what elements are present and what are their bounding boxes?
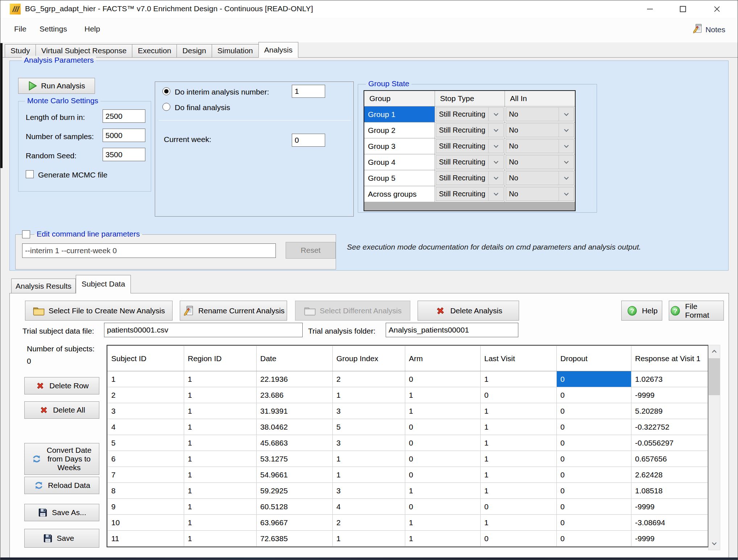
table-cell[interactable]: -0.0556297 [631, 435, 708, 451]
table-cell[interactable]: 2 [108, 387, 184, 403]
table-cell[interactable]: 0 [557, 483, 631, 499]
table-cell[interactable]: 0 [405, 451, 481, 467]
table-cell[interactable]: 0.657656 [631, 451, 708, 467]
table-cell[interactable]: 1 [184, 531, 257, 547]
table-cell[interactable]: 0 [481, 531, 557, 547]
stop-type-dropdown[interactable]: Still Recruiting [436, 139, 504, 153]
delete-analysis-button[interactable]: Delete Analysis [418, 301, 519, 321]
tab-execution[interactable]: Execution [132, 44, 177, 57]
group-cell[interactable]: Group 4 [364, 154, 435, 170]
table-cell[interactable]: 1 [405, 403, 481, 419]
help-button[interactable]: ? Help [621, 301, 662, 321]
column-header[interactable]: Date [257, 346, 333, 371]
table-cell[interactable]: 0 [557, 403, 631, 419]
table-cell[interactable]: 1 [108, 371, 184, 387]
table-cell[interactable]: 3 [108, 403, 184, 419]
group-cell[interactable]: Across groups [364, 186, 435, 202]
table-cell[interactable]: 1 [481, 451, 557, 467]
chevron-down-icon[interactable] [559, 124, 574, 137]
table-cell[interactable]: 4 [333, 499, 405, 515]
table-cell[interactable]: 60.5128 [257, 499, 333, 515]
table-cell[interactable]: 1 [184, 419, 257, 435]
reload-data-button[interactable]: Reload Data [24, 477, 99, 494]
table-cell[interactable]: 1 [333, 451, 405, 467]
table-cell[interactable]: 1 [405, 531, 481, 547]
table-cell[interactable]: 1 [333, 467, 405, 483]
table-cell[interactable]: 1 [333, 531, 405, 547]
delete-row-button[interactable]: Delete Row [24, 377, 99, 394]
table-cell[interactable]: 0 [405, 467, 481, 483]
stop-type-dropdown[interactable]: Still Recruiting [436, 187, 504, 201]
stop-type-dropdown[interactable]: Still Recruiting [436, 123, 504, 137]
run-analysis-button[interactable]: Run Analysis [18, 78, 95, 94]
table-cell[interactable]: 1 [184, 435, 257, 451]
table-cell[interactable]: 1 [184, 451, 257, 467]
chevron-down-icon[interactable] [488, 171, 503, 185]
mc-field-input[interactable] [103, 129, 145, 142]
table-cell[interactable]: 63.9667 [257, 515, 333, 531]
stop-type-dropdown[interactable]: Still Recruiting [436, 107, 504, 121]
scroll-down-button[interactable] [709, 538, 720, 550]
rename-analysis-button[interactable]: Rename Current Analysis [180, 301, 287, 321]
table-cell[interactable]: -9999 [631, 387, 708, 403]
table-cell[interactable]: -0.322752 [631, 419, 708, 435]
group-cell[interactable]: Group 2 [364, 122, 435, 138]
table-cell[interactable]: -9999 [631, 499, 708, 515]
table-cell[interactable]: 0 [557, 467, 631, 483]
table-cell[interactable]: 6 [108, 451, 184, 467]
select-file-button[interactable]: Select File to Create New Analysis [25, 301, 173, 321]
table-cell[interactable]: 1 [184, 371, 257, 387]
scroll-up-button[interactable] [709, 345, 720, 358]
table-cell[interactable]: 1 [481, 467, 557, 483]
table-cell[interactable]: 10 [108, 515, 184, 531]
table-cell[interactable]: 0 [405, 435, 481, 451]
table-cell[interactable]: 72.6385 [257, 531, 333, 547]
table-cell[interactable]: 0 [557, 371, 631, 387]
mc-field-input[interactable] [103, 109, 145, 123]
stop-type-dropdown[interactable]: Still Recruiting [436, 155, 504, 169]
table-cell[interactable]: 1 [184, 387, 257, 403]
chevron-down-icon[interactable] [559, 108, 574, 121]
scrollbar-thumb[interactable] [709, 358, 720, 395]
table-cell[interactable]: 1 [405, 483, 481, 499]
table-cell[interactable]: 9 [108, 499, 184, 515]
group-cell[interactable]: Group 1 [364, 106, 435, 122]
column-header[interactable]: Region ID [184, 346, 257, 371]
table-cell[interactable]: 1 [405, 387, 481, 403]
chevron-down-icon[interactable] [488, 139, 503, 153]
convert-date-button[interactable]: Convert Date from Days to Weeks [24, 443, 99, 475]
mc-field-input[interactable] [103, 148, 145, 161]
reset-button[interactable]: Reset [286, 242, 336, 259]
delete-all-button[interactable]: Delete All [24, 401, 99, 419]
table-cell[interactable]: 1 [184, 499, 257, 515]
table-cell[interactable]: 0 [557, 515, 631, 531]
column-header[interactable]: Group Index [333, 346, 405, 371]
chevron-down-icon[interactable] [488, 108, 503, 121]
interim-number-input[interactable] [292, 85, 325, 98]
table-cell[interactable]: 1 [333, 387, 405, 403]
table-cell[interactable]: 31.9391 [257, 403, 333, 419]
stop-type-dropdown[interactable]: Still Recruiting [436, 171, 504, 185]
table-cell[interactable]: 1 [184, 515, 257, 531]
table-cell[interactable]: 1 [481, 419, 557, 435]
table-cell[interactable]: 3 [333, 483, 405, 499]
table-cell[interactable]: 54.9661 [257, 467, 333, 483]
save-button[interactable]: Save [24, 529, 99, 548]
table-cell[interactable]: 22.1936 [257, 371, 333, 387]
current-week-input[interactable] [292, 134, 325, 147]
table-cell[interactable]: 11 [108, 531, 184, 547]
table-cell[interactable]: 1.02673 [631, 371, 708, 387]
group-cell[interactable]: Group 5 [364, 170, 435, 186]
table-cell[interactable]: 1 [481, 483, 557, 499]
table-cell[interactable]: 7 [108, 467, 184, 483]
all-in-dropdown[interactable]: No [506, 123, 574, 137]
tab-simulation[interactable]: Simulation [212, 44, 259, 57]
tab-virtual-subject-response[interactable]: Virtual Subject Response [36, 44, 132, 57]
table-cell[interactable]: 0 [557, 499, 631, 515]
chevron-down-icon[interactable] [488, 155, 503, 169]
trial-folder-input[interactable] [386, 323, 518, 337]
table-cell[interactable]: 4 [108, 419, 184, 435]
table-cell[interactable]: 5 [108, 435, 184, 451]
vertical-scrollbar[interactable] [708, 345, 720, 550]
menu-help[interactable]: Help [84, 25, 100, 33]
